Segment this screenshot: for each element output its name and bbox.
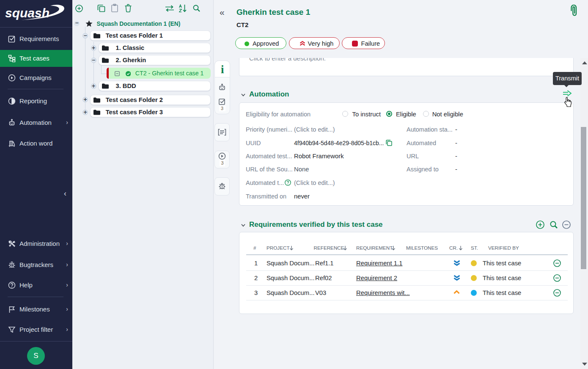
svg-text:squash: squash: [5, 6, 49, 20]
